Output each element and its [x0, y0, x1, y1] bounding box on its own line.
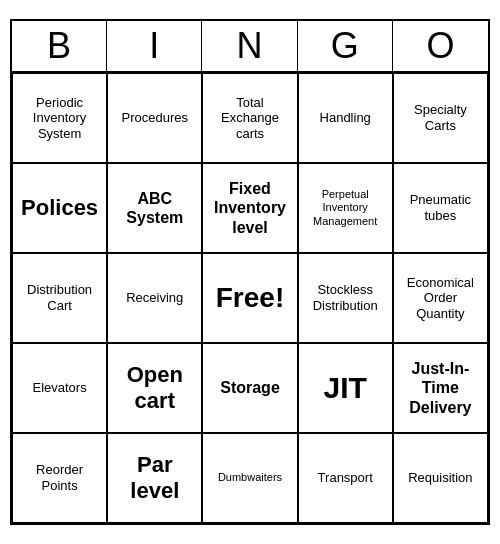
bingo-cell-text-14: Economical Order Quantity	[398, 275, 483, 322]
bingo-cell-text-8: Perpetual Inventory Management	[303, 188, 388, 228]
bingo-cell-14: Economical Order Quantity	[393, 253, 488, 343]
bingo-cell-text-0: Periodic Inventory System	[17, 95, 102, 142]
bingo-cell-9: Pneumatic tubes	[393, 163, 488, 253]
bingo-cell-17: Storage	[202, 343, 297, 433]
bingo-cell-text-15: Elevators	[32, 380, 86, 396]
bingo-cell-7: Fixed Inventory level	[202, 163, 297, 253]
bingo-cell-text-17: Storage	[220, 378, 280, 397]
bingo-cell-text-16: Open cart	[112, 362, 197, 415]
bingo-cell-3: Handling	[298, 73, 393, 163]
bingo-cell-1: Procedures	[107, 73, 202, 163]
bingo-cell-text-6: ABC System	[112, 189, 197, 227]
bingo-header: BINGO	[12, 21, 488, 73]
bingo-cell-12: Free!	[202, 253, 297, 343]
bingo-cell-20: Reorder Points	[12, 433, 107, 523]
bingo-cell-text-3: Handling	[320, 110, 371, 126]
bingo-cell-24: Requisition	[393, 433, 488, 523]
bingo-cell-4: Specialty Carts	[393, 73, 488, 163]
bingo-cell-18: JIT	[298, 343, 393, 433]
bingo-cell-text-10: Distribution Cart	[17, 282, 102, 313]
bingo-cell-text-2: Total Exchange carts	[207, 95, 292, 142]
bingo-cell-21: Par level	[107, 433, 202, 523]
bingo-cell-text-24: Requisition	[408, 470, 472, 486]
bingo-cell-8: Perpetual Inventory Management	[298, 163, 393, 253]
bingo-cell-5: Polices	[12, 163, 107, 253]
bingo-cell-text-18: JIT	[324, 370, 367, 406]
bingo-cell-text-11: Receiving	[126, 290, 183, 306]
header-letter-N: N	[202, 21, 297, 71]
bingo-cell-19: Just-In-Time Delivery	[393, 343, 488, 433]
bingo-cell-23: Transport	[298, 433, 393, 523]
bingo-cell-22: Dumbwaiters	[202, 433, 297, 523]
bingo-cell-15: Elevators	[12, 343, 107, 433]
bingo-cell-text-19: Just-In-Time Delivery	[398, 359, 483, 417]
bingo-card: BINGO Periodic Inventory SystemProcedure…	[10, 19, 490, 525]
header-letter-B: B	[12, 21, 107, 71]
bingo-cell-text-5: Polices	[21, 195, 98, 221]
bingo-cell-2: Total Exchange carts	[202, 73, 297, 163]
bingo-cell-text-12: Free!	[216, 281, 284, 315]
bingo-cell-0: Periodic Inventory System	[12, 73, 107, 163]
bingo-cell-13: Stockless Distribution	[298, 253, 393, 343]
bingo-cell-10: Distribution Cart	[12, 253, 107, 343]
bingo-cell-11: Receiving	[107, 253, 202, 343]
bingo-cell-text-9: Pneumatic tubes	[398, 192, 483, 223]
bingo-cell-text-20: Reorder Points	[17, 462, 102, 493]
bingo-cell-text-23: Transport	[318, 470, 373, 486]
bingo-cell-text-4: Specialty Carts	[398, 102, 483, 133]
header-letter-I: I	[107, 21, 202, 71]
bingo-cell-text-22: Dumbwaiters	[218, 471, 282, 484]
header-letter-O: O	[393, 21, 488, 71]
bingo-cell-text-13: Stockless Distribution	[303, 282, 388, 313]
bingo-cell-16: Open cart	[107, 343, 202, 433]
bingo-cell-text-21: Par level	[112, 452, 197, 505]
header-letter-G: G	[298, 21, 393, 71]
bingo-cell-6: ABC System	[107, 163, 202, 253]
bingo-cell-text-7: Fixed Inventory level	[207, 179, 292, 237]
bingo-grid: Periodic Inventory SystemProceduresTotal…	[12, 73, 488, 523]
bingo-cell-text-1: Procedures	[122, 110, 188, 126]
